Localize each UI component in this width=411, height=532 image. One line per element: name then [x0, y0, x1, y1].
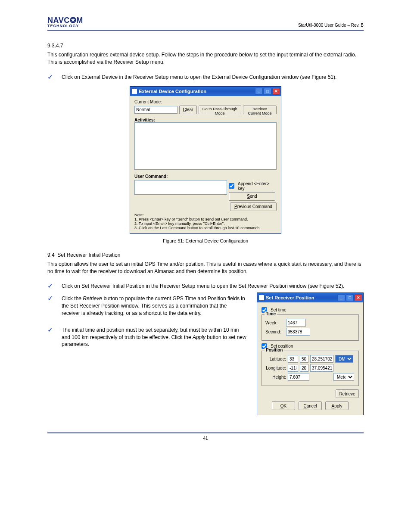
lon-sec-field[interactable] [310, 364, 333, 372]
activities-textarea[interactable] [134, 122, 277, 170]
check-item-3: ✓ Click the Retrieve button to populate … [47, 295, 246, 317]
current-mode-label: Current Mode: [134, 100, 277, 104]
go-to-passthrough-button[interactable]: Go to Pass-Through Mode [199, 106, 241, 114]
window-icon: ✦ [259, 295, 264, 300]
check-text-3: Click the Retrieve button to populate th… [62, 295, 246, 317]
header-right: StarUtil-3000 User Guide – Rev. B [298, 22, 364, 28]
retrieve-mode-button[interactable]: Retrieve Current Mode [243, 106, 277, 114]
clear-button[interactable]: Clear [179, 106, 197, 114]
minimize-button[interactable]: _ [255, 88, 263, 95]
append-enter-label: Append <Enter> key [238, 181, 277, 191]
latitude-label: Latitude: [265, 357, 286, 361]
titlebar-2[interactable]: ✦ Set Receiver Position _ □ ✕ [257, 293, 363, 302]
retrieve-button[interactable]: Retrieve [336, 389, 359, 398]
cancel-button[interactable]: Cancel [299, 401, 322, 410]
maximize-button[interactable]: □ [346, 294, 354, 301]
note-line-1: 1. Press <Enter> key or "Send" button to… [134, 217, 277, 221]
close-button[interactable]: ✕ [272, 88, 280, 95]
section-number: 9.3.4.7 [47, 43, 364, 49]
section-number-2: 9.4 Set Receiver Initial Position [47, 252, 364, 258]
header-doc-title: StarUtil-3000 User Guide – Rev. B [298, 22, 364, 28]
check-item: ✓ Click on External Device in the Receiv… [47, 74, 364, 81]
time-legend: Time [265, 311, 277, 316]
week-field[interactable] [286, 319, 306, 327]
checkmark-icon: ✓ [47, 294, 53, 302]
check-text-2: Click on Set Receiver Initial Position i… [62, 283, 364, 290]
lat-sec-field[interactable] [310, 355, 333, 363]
time-fieldset: Time Week: Second: [262, 314, 359, 341]
check-item-2: ✓ Click on Set Receiver Initial Position… [47, 283, 364, 290]
current-mode-field[interactable] [134, 106, 177, 114]
activities-label: Activities: [134, 118, 277, 122]
lat-min-field[interactable] [300, 355, 308, 363]
check-text: Click on External Device in the Receiver… [62, 74, 364, 81]
section-text: This configuration requires external dev… [47, 51, 364, 66]
minimize-button[interactable]: _ [337, 294, 345, 301]
set-receiver-position-window: ✦ Set Receiver Position _ □ ✕ Set time T… [257, 292, 364, 415]
week-label: Week: [265, 320, 284, 325]
logo: NAVC✪M TECHNOLOGY [47, 17, 83, 28]
second-label: Second: [265, 330, 284, 334]
titlebar[interactable]: ✦ External Device Configuration _ □ ✕ [130, 87, 281, 96]
logo-subtext: TECHNOLOGY [47, 24, 83, 28]
user-command-input[interactable] [134, 180, 227, 195]
position-legend: Position [265, 348, 284, 352]
footer: 41 [47, 432, 364, 441]
window-title-2: Set Receiver Position [266, 295, 336, 300]
close-button[interactable]: ✕ [355, 294, 362, 301]
page-number: 41 [203, 436, 208, 441]
second-field[interactable] [286, 328, 310, 336]
window-icon: ✦ [132, 89, 137, 94]
window-title: External Device Configuration [139, 89, 253, 94]
lon-deg-field[interactable] [288, 364, 298, 372]
send-button[interactable]: Send [229, 192, 275, 201]
t4b: Apply [193, 334, 206, 340]
ok-button[interactable]: OK [272, 401, 295, 410]
section-title-value: Set Receiver Initial Position [57, 252, 120, 258]
checkmark-icon: ✓ [47, 326, 53, 334]
lon-min-field[interactable] [300, 364, 308, 372]
height-unit-select[interactable]: Meter [333, 373, 354, 381]
note-line-2: 2. To input <Enter> key manually, press … [134, 221, 277, 226]
checkmark-icon: ✓ [47, 282, 53, 290]
position-fieldset: Position Latitude: DMS Longitude: [262, 351, 359, 386]
format-select[interactable]: DMS [335, 355, 353, 363]
height-label: Height: [265, 375, 286, 380]
figure-caption-1: Figure 51: External Device Configuration [47, 238, 364, 243]
external-device-config-window: ✦ External Device Configuration _ □ ✕ Cu… [130, 86, 281, 234]
logo-text: NAVC✪M [47, 17, 83, 24]
check-text-4: The initial time and position must be se… [62, 327, 246, 348]
t3a: Click the [62, 296, 83, 302]
page-header: NAVC✪M TECHNOLOGY StarUtil-3000 User Gui… [47, 17, 364, 31]
longitude-label: Longitude: [265, 366, 286, 370]
append-enter-checkbox[interactable] [229, 183, 234, 189]
previous-command-button[interactable]: Previous Command [230, 202, 277, 211]
note-line-3: 3. Click on the Last Command button to s… [134, 226, 277, 230]
apply-button[interactable]: Apply [325, 401, 349, 410]
height-field[interactable] [288, 373, 309, 381]
section-num-value: 9.4 [47, 252, 55, 258]
note-label: Note: [134, 213, 277, 217]
section-text-2: This option allows the user to set an in… [47, 261, 364, 275]
check-item-4: ✓ The initial time and position must be … [47, 327, 246, 348]
t3b: Retrieve [83, 296, 102, 302]
checkmark-icon: ✓ [47, 73, 53, 81]
user-command-label: User Command: [134, 174, 277, 179]
lat-deg-field[interactable] [288, 355, 298, 363]
maximize-button[interactable]: □ [264, 88, 271, 95]
